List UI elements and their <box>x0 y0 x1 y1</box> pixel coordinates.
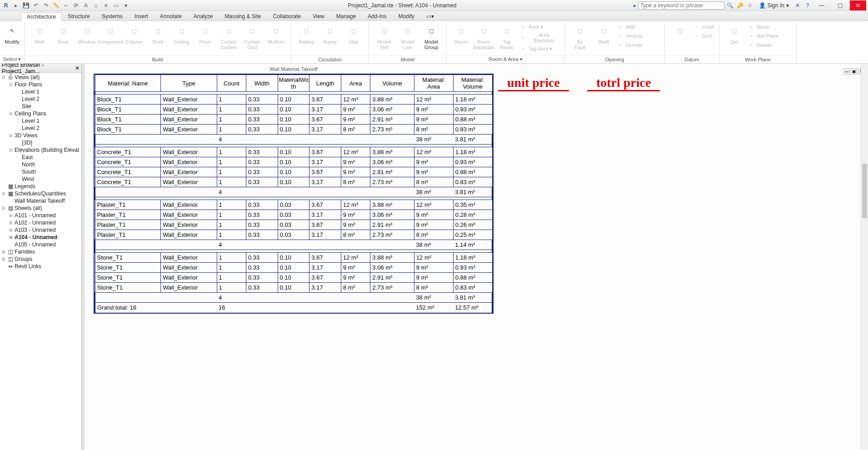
search-icon[interactable]: 🔍 <box>726 1 734 10</box>
tree-node[interactable]: ⊟Elevations (Building Elevat <box>0 146 81 154</box>
table-row[interactable]: Stone_T1Wall_Exterior10.330.103.6712 m²3… <box>95 253 492 263</box>
ribbon-component[interactable]: ▢Component <box>99 23 122 45</box>
app-menu-icon[interactable]: R <box>2 1 10 10</box>
view-control-icon[interactable]: ▭ <box>843 68 850 75</box>
ribbon-viewer[interactable]: ▫Viewer <box>747 41 779 49</box>
save-icon[interactable]: 💾 <box>22 1 30 10</box>
ribbon-column[interactable]: ▢Column <box>123 23 145 45</box>
star-icon[interactable]: ☆ <box>746 1 754 10</box>
ribbon-tab-modify[interactable]: Modify <box>392 12 420 20</box>
section-icon[interactable]: ≡ <box>102 1 110 10</box>
close-hidden-icon[interactable]: ▾ <box>122 1 130 10</box>
ribbon-model-text[interactable]: ▢ModelText <box>373 23 395 51</box>
text-icon[interactable]: A <box>82 1 90 10</box>
ribbon-ceiling[interactable]: ▢Ceiling <box>170 23 193 45</box>
select-panel-label[interactable]: Select ▾ <box>0 55 24 63</box>
ribbon-tab-massing-site[interactable]: Massing & Site <box>219 12 267 20</box>
ribbon-roof[interactable]: ▢Roof <box>146 23 169 45</box>
table-row[interactable]: Plaster_T1Wall_Exterior10.330.033.178 m²… <box>95 230 492 240</box>
table-row[interactable]: Plaster_T1Wall_Exterior10.330.033.679 m²… <box>95 220 492 230</box>
minimize-button[interactable]: — <box>813 0 830 10</box>
ribbon-wall[interactable]: ▫Wall <box>616 23 644 31</box>
project-browser-tree[interactable]: ⊟◎Views (all)⊟Floor PlansLevel 1Level 2S… <box>0 73 81 450</box>
ribbon-grid[interactable]: ▫Grid <box>692 32 715 40</box>
sign-in-button[interactable]: 👤 Sign In ▾ <box>756 2 792 9</box>
ribbon-vertical[interactable]: ▫Vertical <box>616 32 644 40</box>
ribbon-by-face[interactable]: ▢ByFace <box>569 23 591 51</box>
ribbon-tab-architecture[interactable]: Architecture <box>21 12 62 21</box>
table-row[interactable]: Block_T1Wall_Exterior10.330.103.178 m²2.… <box>95 125 492 135</box>
table-row[interactable]: Plaster_T1Wall_Exterior10.330.033.6712 m… <box>95 200 492 210</box>
tree-node[interactable]: ⊞◫Groups <box>0 255 81 263</box>
dim-icon[interactable]: ↔ <box>62 1 70 10</box>
ribbon-wall[interactable]: ▢Wall <box>28 23 51 45</box>
maximize-button[interactable]: ▢ <box>832 0 848 10</box>
ribbon-curtain-system[interactable]: ▢CurtainSystem <box>217 23 240 51</box>
ribbon-tag-area-[interactable]: ▫Tag Area ▾ <box>519 45 561 53</box>
view-control-icon[interactable]: ▣ <box>851 68 857 75</box>
tree-node[interactable]: A105 - Unnamed <box>0 241 81 248</box>
ribbon--[interactable]: ▢ <box>668 23 691 45</box>
exchange-icon[interactable]: ✕ <box>793 1 802 10</box>
table-row[interactable]: Stone_T1Wall_Exterior10.330.103.679 m²2.… <box>95 273 492 283</box>
ribbon-tab-annotate[interactable]: Annotate <box>154 12 188 20</box>
tree-node[interactable]: ⊟◎Views (all) <box>0 74 81 81</box>
ribbon-room[interactable]: ▢Room <box>450 23 472 45</box>
ribbon-tab-analyze[interactable]: Analyze <box>188 12 219 20</box>
ribbon-tab-collaborate[interactable]: Collaborate <box>267 12 307 20</box>
tree-node[interactable]: ⊞A103 - Unnamed <box>0 226 81 234</box>
ribbon-curtain-grid[interactable]: ▢CurtainGrid <box>241 23 264 51</box>
tree-node[interactable]: ⇔Revit Links <box>0 263 81 270</box>
tree-node[interactable]: ⊟3D Views <box>0 132 81 139</box>
tree-node[interactable]: Site <box>0 103 81 110</box>
table-row[interactable]: Block_T1Wall_Exterior10.330.103.179 m²3.… <box>95 105 492 115</box>
table-row[interactable]: Concrete_T1Wall_Exterior10.330.103.6712 … <box>95 147 492 157</box>
ribbon-ref-plane[interactable]: ▫Ref Plane <box>747 32 779 40</box>
tree-node[interactable]: Wall Material Takeoff <box>0 197 81 205</box>
ribbon-area-boundary[interactable]: ▫Area Boundary <box>519 32 561 44</box>
ribbon-mullion[interactable]: ▢Mullion <box>264 23 287 45</box>
open-icon[interactable]: ▸ <box>12 1 20 10</box>
ribbon-tag-room[interactable]: ▢TagRoom <box>496 23 518 51</box>
close-button[interactable]: ✕ <box>850 0 866 10</box>
tree-node[interactable]: ▦Legends <box>0 183 81 190</box>
ribbon-set[interactable]: ▢Set <box>723 23 746 45</box>
sync-icon[interactable]: ⟳ <box>72 1 80 10</box>
ribbon-show[interactable]: ▫Show <box>747 23 779 31</box>
tree-node[interactable]: ⊞A101 - Unnamed <box>0 212 81 219</box>
ribbon-tab-manage[interactable]: Manage <box>330 12 362 20</box>
modify-tool[interactable]: ↖Modify <box>4 23 20 45</box>
table-row[interactable]: Block_T1Wall_Exterior10.330.103.679 m²2.… <box>95 115 492 125</box>
help-icon[interactable]: ? <box>803 1 812 10</box>
table-row[interactable]: Concrete_T1Wall_Exterior10.330.103.679 m… <box>95 167 492 177</box>
tree-node[interactable]: South <box>0 168 81 175</box>
tree-node[interactable]: Level 1 <box>0 117 81 125</box>
table-row[interactable]: Block_T1Wall_Exterior10.330.103.6712 m²3… <box>95 95 492 105</box>
drawing-canvas[interactable]: Wall Material Takeoff Material: NameType… <box>85 64 868 450</box>
table-row[interactable]: Stone_T1Wall_Exterior10.330.103.178 m²2.… <box>95 283 492 293</box>
ribbon-ramp[interactable]: ▢Ramp <box>319 23 341 45</box>
tree-node[interactable]: ⊟▦Schedules/Quantities <box>0 190 81 197</box>
tree-node[interactable]: {3D} <box>0 139 81 146</box>
panel-close-icon[interactable]: ✕ <box>75 65 80 71</box>
table-row[interactable]: Concrete_T1Wall_Exterior10.330.103.179 m… <box>95 157 492 167</box>
tree-node[interactable]: ⊟▤Sheets (all) <box>0 205 81 212</box>
ribbon-dormer[interactable]: ▫Dormer <box>616 41 644 49</box>
ribbon-area-[interactable]: ▫Area ▾ <box>519 23 561 31</box>
ribbon-railing[interactable]: ▢Railing <box>295 23 318 45</box>
tree-node[interactable]: ⊞A104 - Unnamed <box>0 234 81 241</box>
ribbon-level[interactable]: ▫Level <box>692 23 715 31</box>
3d-icon[interactable]: ⌂ <box>92 1 100 10</box>
thin-icon[interactable]: ▭ <box>112 1 120 10</box>
measure-icon[interactable]: 📏 <box>52 1 60 10</box>
ribbon-tab-structure[interactable]: Structure <box>62 12 96 20</box>
ribbon-tab-add-ins[interactable]: Add-Ins <box>362 12 392 20</box>
tree-node[interactable]: Level 1 <box>0 88 81 95</box>
tree-node[interactable]: Level 2 <box>0 125 81 132</box>
ribbon-tab-insert[interactable]: Insert <box>129 12 154 20</box>
vertical-scrollbar[interactable] <box>861 64 868 450</box>
ribbon-min-icon[interactable]: ▭▾ <box>420 12 440 20</box>
ribbon-door[interactable]: ▢Door <box>52 23 75 45</box>
tree-node[interactable]: East <box>0 154 81 161</box>
undo-icon[interactable]: ↶ <box>32 1 40 10</box>
